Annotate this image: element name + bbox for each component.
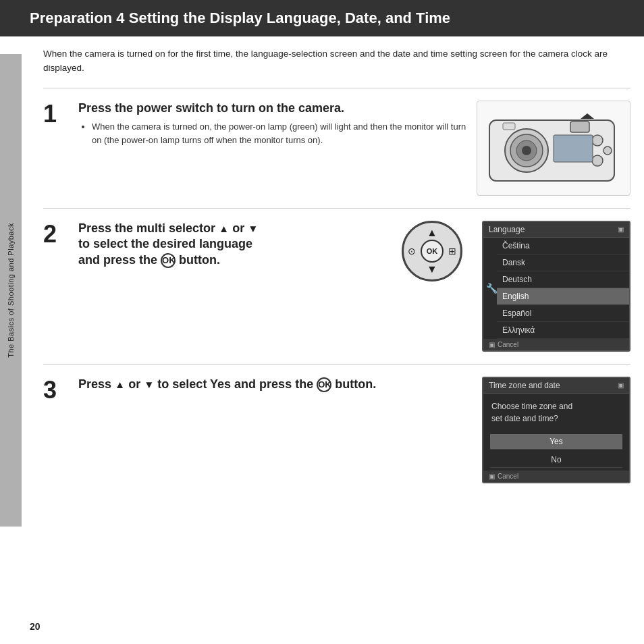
timezone-screen-body: Choose time zone andset date and time? bbox=[483, 394, 629, 434]
page-header: Preparation 4 Setting the Display Langua… bbox=[0, 0, 644, 36]
step-1-title: Press the power switch to turn on the ca… bbox=[78, 101, 467, 116]
language-screen-header-icon: ▣ bbox=[618, 225, 624, 233]
step-1-body-text: When the camera is turned on, the power-… bbox=[92, 122, 466, 145]
step-1-number: 1 bbox=[43, 102, 68, 126]
step-3-section: 3 Press or to select Yes and press the O… bbox=[43, 364, 630, 495]
svg-rect-7 bbox=[503, 123, 515, 130]
arrow-right-icon: ⊞ bbox=[448, 246, 456, 257]
step-1-body: When the camera is turned on, the power-… bbox=[78, 120, 467, 146]
svg-point-4 bbox=[522, 146, 531, 155]
svg-point-8 bbox=[592, 135, 603, 146]
arrow-down-icon: ▼ bbox=[427, 263, 437, 275]
step-2-title: Press the multi selector or to select th… bbox=[78, 221, 382, 268]
step-3-content: Press or to select Yes and press the OK … bbox=[78, 377, 630, 483]
camera-illustration bbox=[477, 101, 630, 196]
step-2-section: 2 Press the multi selector or to select … bbox=[43, 208, 630, 364]
lang-item-2: Deutsch bbox=[497, 271, 629, 288]
triangle-down-icon bbox=[248, 221, 258, 235]
step-1-left: Press the power switch to turn on the ca… bbox=[78, 101, 467, 146]
svg-rect-11 bbox=[554, 135, 593, 162]
sidebar-label: The Basics of Shooting and Playback bbox=[7, 223, 15, 358]
selector-circle: ▲ ▼ ⊙ ⊞ OK bbox=[402, 221, 462, 281]
timezone-cancel-icon: ▣ bbox=[489, 473, 495, 480]
language-screen: Language ▣ 🔧 Čeština Dansk Deutsch Engli… bbox=[482, 221, 630, 352]
timezone-yes-btn: Yes bbox=[490, 434, 622, 450]
triangle-up-icon bbox=[219, 221, 229, 235]
step-2-left: Press the multi selector or to select th… bbox=[78, 221, 382, 272]
timezone-screen-footer: ▣ Cancel bbox=[483, 471, 629, 482]
step3-tri-down-icon bbox=[144, 377, 154, 391]
step-3-left: Press or to select Yes and press the OK … bbox=[78, 377, 473, 396]
arrow-left-icon: ⊙ bbox=[408, 246, 416, 257]
svg-marker-6 bbox=[581, 113, 594, 119]
language-screen-title: Language bbox=[489, 225, 525, 234]
page-header-title: Preparation 4 Setting the Display Langua… bbox=[30, 9, 450, 26]
step-3-number: 3 bbox=[43, 378, 68, 402]
arrow-up-icon: ▲ bbox=[427, 227, 437, 239]
step-2-inner: Press the multi selector or to select th… bbox=[78, 221, 630, 352]
step-1-section: 1 Press the power switch to turn on the … bbox=[43, 88, 630, 208]
timezone-cancel-label: Cancel bbox=[498, 473, 518, 480]
camera-svg bbox=[483, 107, 624, 188]
lang-item-5: Ελληνικά bbox=[497, 322, 629, 339]
svg-point-10 bbox=[592, 155, 603, 166]
step3-yes-text: Yes bbox=[210, 377, 231, 391]
sidebar: The Basics of Shooting and Playback bbox=[0, 54, 22, 527]
timezone-header-icon: ▣ bbox=[618, 381, 624, 389]
step3-ok-icon: OK bbox=[317, 377, 331, 392]
language-screen-body: 🔧 Čeština Dansk Deutsch English Español … bbox=[483, 238, 629, 339]
page-number: 20 bbox=[30, 621, 41, 632]
step-1-content: Press the power switch to turn on the ca… bbox=[78, 101, 630, 196]
timezone-screen-header: Time zone and date ▣ bbox=[483, 378, 629, 394]
ok-button-icon: OK bbox=[161, 253, 176, 268]
step3-tri-up-icon bbox=[115, 377, 125, 391]
step-1-inner: Press the power switch to turn on the ca… bbox=[78, 101, 630, 196]
step-1-image bbox=[477, 101, 630, 196]
svg-point-9 bbox=[603, 146, 612, 155]
timezone-no-btn: No bbox=[490, 452, 622, 468]
timezone-screen: Time zone and date ▣ Choose time zone an… bbox=[482, 377, 630, 483]
lang-item-1: Dansk bbox=[497, 254, 629, 271]
step-3-image: Time zone and date ▣ Choose time zone an… bbox=[482, 377, 630, 483]
lang-item-0: Čeština bbox=[497, 238, 629, 254]
language-screen-sidebar-icon: 🔧 bbox=[486, 283, 498, 294]
step-2-content: Press the multi selector or to select th… bbox=[78, 221, 630, 352]
lang-item-3: English bbox=[497, 288, 629, 305]
selector-wheel: ▲ ▼ ⊙ ⊞ OK bbox=[392, 221, 473, 281]
step-3-title: Press or to select Yes and press the OK … bbox=[78, 377, 473, 392]
lang-item-4: Español bbox=[497, 305, 629, 322]
language-cancel-label: Cancel bbox=[498, 341, 518, 348]
language-cancel-icon: ▣ bbox=[489, 341, 495, 348]
timezone-screen-title: Time zone and date bbox=[489, 381, 560, 390]
intro-text: When the camera is turned on for the fir… bbox=[43, 47, 630, 76]
step-3-inner: Press or to select Yes and press the OK … bbox=[78, 377, 630, 483]
main-content: When the camera is turned on for the fir… bbox=[30, 36, 644, 509]
language-screen-header: Language ▣ bbox=[483, 222, 629, 238]
step-2-image: Language ▣ 🔧 Čeština Dansk Deutsch Engli… bbox=[482, 221, 630, 352]
step-2-number: 2 bbox=[43, 222, 68, 246]
svg-rect-5 bbox=[570, 122, 589, 132]
selector-ok-center: OK bbox=[421, 240, 444, 263]
language-screen-footer: ▣ Cancel bbox=[483, 339, 629, 350]
